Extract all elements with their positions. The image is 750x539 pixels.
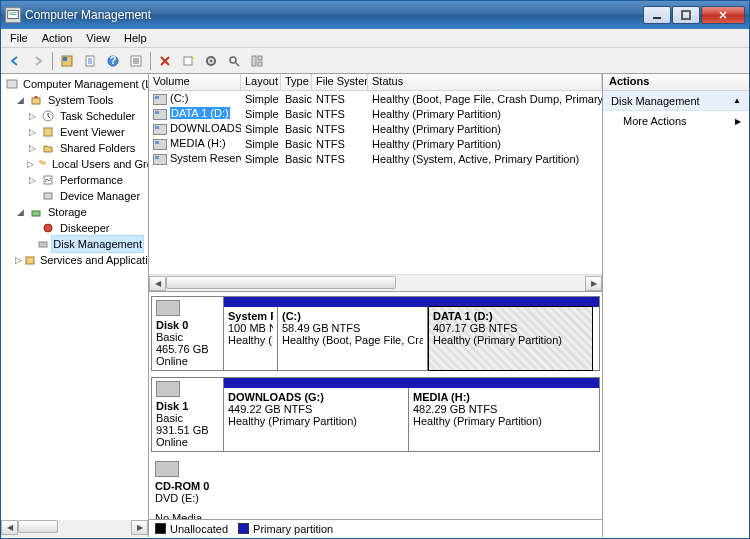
- submenu-icon: ▶: [735, 117, 741, 126]
- tree-event-viewer[interactable]: ▷Event Viewer: [3, 124, 148, 140]
- tree-local-users[interactable]: ▷Local Users and Groups: [3, 156, 148, 172]
- legend-unallocated: Unallocated: [170, 523, 228, 535]
- menu-bar: File Action View Help: [1, 29, 749, 48]
- settings-icon[interactable]: [200, 50, 222, 72]
- svg-rect-2: [10, 14, 17, 15]
- svg-point-13: [210, 59, 213, 62]
- collapse-icon[interactable]: ◢: [15, 92, 26, 108]
- tree-device-manager[interactable]: Device Manager: [3, 188, 148, 204]
- partition[interactable]: DATA 1 (D:)407.17 GB NTFSHealthy (Primar…: [428, 306, 593, 371]
- maximize-button[interactable]: [672, 6, 700, 24]
- disk-header[interactable]: CD-ROM 0DVD (E:)No Media: [151, 458, 223, 527]
- disk-header[interactable]: Disk 1Basic931.51 GBOnline: [152, 378, 224, 451]
- scroll-thumb[interactable]: [18, 520, 58, 533]
- svg-rect-19: [32, 98, 40, 104]
- col-layout[interactable]: Layout: [241, 74, 281, 90]
- svg-rect-15: [252, 56, 256, 66]
- tree-diskeeper[interactable]: Diskeeper: [3, 220, 148, 236]
- volume-list: Volume Layout Type File System Status (C…: [149, 74, 602, 292]
- partition[interactable]: System Re100 MB NTHealthy (S: [224, 307, 278, 370]
- tree-system-tools[interactable]: ◢System Tools: [3, 92, 148, 108]
- volume-icon: [153, 124, 167, 135]
- window-titlebar: Computer Management: [1, 1, 749, 29]
- partition[interactable]: (C:)58.49 GB NTFSHealthy (Boot, Page Fil…: [278, 307, 428, 370]
- col-type[interactable]: Type: [281, 74, 312, 90]
- expand-icon[interactable]: ▷: [27, 108, 38, 124]
- tree-disk-management[interactable]: Disk Management: [3, 236, 148, 252]
- volume-icon: [153, 154, 167, 165]
- expand-icon[interactable]: ▷: [27, 156, 34, 172]
- volume-row[interactable]: (C:) Simple Basic NTFS Healthy (Boot, Pa…: [149, 91, 602, 106]
- menu-file[interactable]: File: [3, 30, 35, 46]
- scroll-thumb[interactable]: [166, 276, 396, 289]
- actions-more[interactable]: More Actions ▶: [603, 111, 749, 131]
- partition-strip: [224, 378, 599, 388]
- actions-section[interactable]: Disk Management ▲: [603, 91, 749, 111]
- volume-row[interactable]: DOWNLOADS (G:) Simple Basic NTFS Healthy…: [149, 121, 602, 136]
- close-button[interactable]: [701, 6, 745, 24]
- disk-icon: [156, 381, 180, 397]
- scroll-right-icon[interactable]: ▶: [585, 276, 602, 291]
- tree-root[interactable]: Computer Management (Local: [3, 76, 148, 92]
- disk-header[interactable]: Disk 0Basic465.76 GBOnline: [152, 297, 224, 370]
- scroll-right-icon[interactable]: ▶: [131, 520, 148, 535]
- new-icon[interactable]: [177, 50, 199, 72]
- volume-scrollbar[interactable]: ◀ ▶: [149, 274, 602, 291]
- disk-row: Disk 1Basic931.51 GBOnline DOWNLOADS (G:…: [151, 377, 600, 452]
- back-button[interactable]: [4, 50, 26, 72]
- list-icon[interactable]: [125, 50, 147, 72]
- menu-action[interactable]: Action: [35, 30, 80, 46]
- tree-shared-folders[interactable]: ▷Shared Folders: [3, 140, 148, 156]
- tree-storage[interactable]: ◢Storage: [3, 204, 148, 220]
- volume-icon: [153, 139, 167, 150]
- svg-rect-21: [44, 128, 52, 136]
- expand-icon[interactable]: ▷: [27, 124, 38, 140]
- actions-header: Actions: [603, 74, 749, 91]
- expand-icon[interactable]: ▷: [15, 252, 22, 268]
- layout-icon[interactable]: [246, 50, 268, 72]
- toolbar: ?: [1, 48, 749, 74]
- expand-icon[interactable]: ▷: [27, 172, 38, 188]
- forward-button[interactable]: [27, 50, 49, 72]
- scroll-left-icon[interactable]: ◀: [149, 276, 166, 291]
- svg-rect-16: [258, 56, 262, 60]
- collapse-icon[interactable]: ◢: [15, 204, 26, 220]
- legend: Unallocated Primary partition: [149, 519, 602, 537]
- window-title: Computer Management: [25, 8, 642, 22]
- scroll-left-icon[interactable]: ◀: [1, 520, 18, 535]
- tree-performance[interactable]: ▷Performance: [3, 172, 148, 188]
- svg-point-27: [44, 224, 52, 232]
- svg-point-14: [230, 57, 236, 63]
- navigation-tree-pane: Computer Management (Local ◢System Tools…: [1, 74, 149, 537]
- svg-rect-28: [39, 242, 47, 247]
- volume-icon: [153, 109, 167, 120]
- minimize-button[interactable]: [643, 6, 671, 24]
- legend-unallocated-swatch: [155, 523, 166, 534]
- menu-help[interactable]: Help: [117, 30, 154, 46]
- menu-view[interactable]: View: [79, 30, 117, 46]
- delete-icon[interactable]: [154, 50, 176, 72]
- refresh-icon[interactable]: [56, 50, 78, 72]
- col-volume[interactable]: Volume: [149, 74, 241, 90]
- volume-row[interactable]: MEDIA (H:) Simple Basic NTFS Healthy (Pr…: [149, 136, 602, 151]
- legend-primary-swatch: [238, 523, 249, 534]
- properties-icon[interactable]: [79, 50, 101, 72]
- tree-services[interactable]: ▷Services and Applications: [3, 252, 148, 268]
- col-fs[interactable]: File System: [312, 74, 368, 90]
- svg-rect-6: [63, 57, 67, 61]
- expand-icon[interactable]: ▷: [27, 140, 38, 156]
- svg-rect-25: [44, 193, 52, 199]
- tree-task-scheduler[interactable]: ▷Task Scheduler: [3, 108, 148, 124]
- find-icon[interactable]: [223, 50, 245, 72]
- help-icon[interactable]: ?: [102, 50, 124, 72]
- svg-rect-18: [7, 80, 17, 88]
- svg-text:?: ?: [110, 54, 117, 66]
- volume-row[interactable]: System Reserved Simple Basic NTFS Health…: [149, 151, 602, 166]
- partition[interactable]: MEDIA (H:)482.29 GB NTFSHealthy (Primary…: [409, 388, 594, 451]
- disk-row: CD-ROM 0DVD (E:)No Media: [151, 458, 600, 527]
- svg-rect-4: [682, 11, 690, 19]
- volume-row[interactable]: DATA 1 (D:) Simple Basic NTFS Healthy (P…: [149, 106, 602, 121]
- tree-scrollbar[interactable]: ◀ ▶: [1, 520, 148, 537]
- partition[interactable]: DOWNLOADS (G:)449.22 GB NTFSHealthy (Pri…: [224, 388, 409, 451]
- col-status[interactable]: Status: [368, 74, 602, 90]
